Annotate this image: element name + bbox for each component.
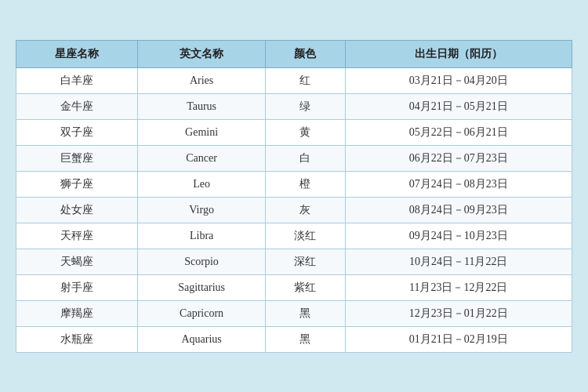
cell-5-3: 08月24日－09月23日: [345, 197, 572, 223]
cell-1-1: Taurus: [138, 93, 266, 119]
cell-8-1: Sagittarius: [138, 274, 266, 300]
cell-8-2: 紫红: [265, 274, 345, 300]
zodiac-table: 星座名称 英文名称 颜色 出生日期（阳历） 白羊座Aries红03月21日－04…: [16, 40, 572, 353]
cell-9-0: 摩羯座: [16, 300, 138, 326]
table-row: 水瓶座Aquarius黑01月21日－02月19日: [16, 326, 572, 352]
cell-1-3: 04月21日－05月21日: [345, 93, 572, 119]
cell-0-2: 红: [265, 67, 345, 93]
cell-3-2: 白: [265, 145, 345, 171]
table-row: 巨蟹座Cancer白06月22日－07月23日: [16, 145, 572, 171]
cell-2-1: Gemini: [138, 119, 266, 145]
cell-5-1: Virgo: [138, 197, 266, 223]
cell-4-2: 橙: [265, 171, 345, 197]
main-container: 星座名称 英文名称 颜色 出生日期（阳历） 白羊座Aries红03月21日－04…: [0, 24, 588, 368]
cell-5-2: 灰: [265, 197, 345, 223]
table-row: 天秤座Libra淡红09月24日－10月23日: [16, 223, 572, 249]
table-row: 双子座Gemini黄05月22日－06月21日: [16, 119, 572, 145]
table-row: 射手座Sagittarius紫红11月23日－12月22日: [16, 274, 572, 300]
cell-3-3: 06月22日－07月23日: [345, 145, 572, 171]
cell-5-0: 处女座: [16, 197, 138, 223]
table-row: 白羊座Aries红03月21日－04月20日: [16, 67, 572, 93]
cell-0-3: 03月21日－04月20日: [345, 67, 572, 93]
cell-10-3: 01月21日－02月19日: [345, 326, 572, 352]
cell-0-1: Aries: [138, 67, 266, 93]
cell-4-3: 07月24日－08月23日: [345, 171, 572, 197]
table-row: 处女座Virgo灰08月24日－09月23日: [16, 197, 572, 223]
cell-7-1: Scorpio: [138, 249, 266, 274]
cell-10-1: Aquarius: [138, 326, 266, 352]
cell-3-1: Cancer: [138, 145, 266, 171]
cell-1-2: 绿: [265, 93, 345, 119]
cell-9-3: 12月23日－01月22日: [345, 300, 572, 326]
cell-9-1: Capricorn: [138, 300, 266, 326]
cell-1-0: 金牛座: [16, 93, 138, 119]
cell-6-3: 09月24日－10月23日: [345, 223, 572, 249]
cell-2-0: 双子座: [16, 119, 138, 145]
cell-6-2: 淡红: [265, 223, 345, 249]
cell-0-0: 白羊座: [16, 67, 138, 93]
cell-10-2: 黑: [265, 326, 345, 352]
table-header-row: 星座名称 英文名称 颜色 出生日期（阳历）: [16, 40, 572, 67]
table-row: 狮子座Leo橙07月24日－08月23日: [16, 171, 572, 197]
cell-8-3: 11月23日－12月22日: [345, 274, 572, 300]
header-english-name: 英文名称: [138, 40, 266, 67]
table-row: 金牛座Taurus绿04月21日－05月21日: [16, 93, 572, 119]
cell-4-1: Leo: [138, 171, 266, 197]
header-color: 颜色: [265, 40, 345, 67]
table-row: 天蝎座Scorpio深红10月24日－11月22日: [16, 249, 572, 274]
cell-8-0: 射手座: [16, 274, 138, 300]
cell-6-1: Libra: [138, 223, 266, 249]
cell-4-0: 狮子座: [16, 171, 138, 197]
cell-2-3: 05月22日－06月21日: [345, 119, 572, 145]
cell-7-0: 天蝎座: [16, 249, 138, 274]
cell-9-2: 黑: [265, 300, 345, 326]
cell-6-0: 天秤座: [16, 223, 138, 249]
header-birthdate: 出生日期（阳历）: [345, 40, 572, 67]
cell-3-0: 巨蟹座: [16, 145, 138, 171]
cell-7-2: 深红: [265, 249, 345, 274]
cell-2-2: 黄: [265, 119, 345, 145]
cell-7-3: 10月24日－11月22日: [345, 249, 572, 274]
table-row: 摩羯座Capricorn黑12月23日－01月22日: [16, 300, 572, 326]
cell-10-0: 水瓶座: [16, 326, 138, 352]
header-chinese-name: 星座名称: [16, 40, 138, 67]
